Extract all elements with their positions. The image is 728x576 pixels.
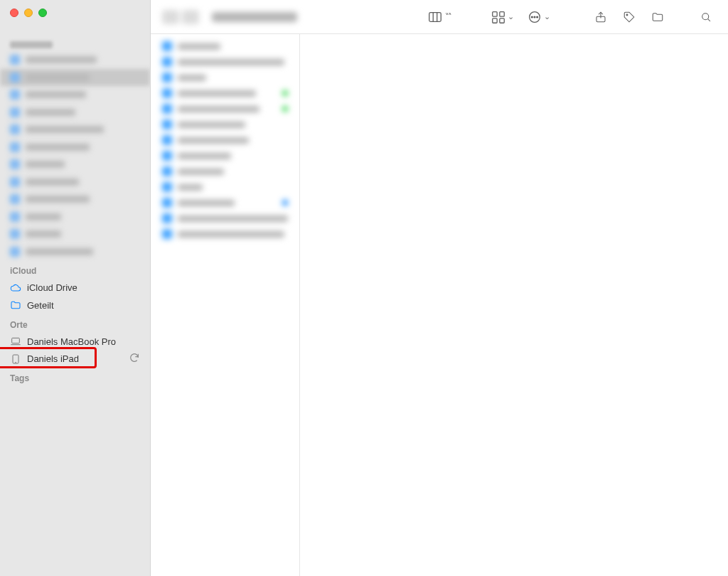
- laptop-icon: [10, 336, 21, 347]
- file-name-blurred: [178, 153, 231, 159]
- sidebar-item-blurred[interactable]: [0, 51, 150, 68]
- folder-icon-blurred: [10, 247, 20, 257]
- list-item-blurred[interactable]: [151, 148, 299, 164]
- file-name-blurred: [178, 200, 235, 206]
- list-item-blurred[interactable]: [151, 101, 299, 117]
- sidebar-item-label-blurred: [26, 178, 79, 186]
- sidebar-item-blurred[interactable]: [0, 225, 150, 242]
- sidebar-item-blurred[interactable]: [0, 86, 150, 103]
- list-item-blurred[interactable]: [151, 210, 299, 226]
- folder-icon-blurred: [10, 55, 20, 65]
- sidebar-item-label-blurred: [26, 144, 90, 151]
- svg-point-9: [531, 16, 532, 18]
- list-item-blurred[interactable]: [151, 132, 299, 148]
- finder-window: iCloud iCloud Drive Geteilt Orte Daniels: [0, 0, 728, 576]
- folder-icon-blurred: [162, 135, 172, 145]
- folder-icon-blurred: [162, 57, 172, 67]
- folder-icon-blurred: [10, 90, 20, 100]
- zoom-button[interactable]: [38, 9, 47, 17]
- sidebar-item-label: iCloud Drive: [27, 282, 141, 293]
- folder-icon-blurred: [162, 88, 172, 98]
- toolbar: ˅˄ ⌄ ⌄: [151, 0, 728, 34]
- folder-icon-blurred: [10, 229, 20, 239]
- more-actions-button[interactable]: ⌄: [524, 7, 553, 27]
- list-item-blurred[interactable]: [151, 38, 299, 54]
- sidebar-item-blurred[interactable]: [0, 139, 150, 156]
- column-preview: [300, 34, 728, 576]
- svg-point-14: [702, 13, 709, 19]
- sidebar-item-blurred[interactable]: [0, 121, 150, 138]
- view-columns-button[interactable]: ˅˄: [424, 7, 454, 27]
- list-item-blurred[interactable]: [151, 85, 299, 101]
- folder-icon-blurred: [162, 198, 172, 208]
- file-name-blurred: [178, 59, 284, 65]
- tag-dot-blue: [282, 200, 288, 206]
- sidebar-item-ipad[interactable]: Daniels iPad: [0, 351, 150, 368]
- sidebar-item-blurred[interactable]: [0, 156, 150, 173]
- list-item-blurred[interactable]: [151, 117, 299, 132]
- close-button[interactable]: [10, 9, 18, 17]
- sidebar-item-blurred[interactable]: [0, 69, 150, 86]
- sidebar-item-label: Daniels iPad: [27, 353, 141, 364]
- share-button[interactable]: [590, 7, 611, 27]
- sidebar-item-label-blurred: [26, 248, 93, 255]
- folder-shared-icon: [10, 299, 21, 311]
- list-item-blurred[interactable]: [151, 70, 299, 85]
- sidebar-item-blurred[interactable]: [0, 104, 150, 121]
- list-item-blurred[interactable]: [151, 179, 299, 195]
- sync-icon[interactable]: [129, 352, 140, 363]
- svg-rect-4: [493, 11, 497, 16]
- folder-icon-blurred: [10, 177, 20, 187]
- titlebar: [0, 0, 150, 34]
- minimize-button[interactable]: [24, 9, 33, 17]
- folder-icon-blurred: [10, 194, 20, 204]
- folder-icon-blurred: [162, 119, 172, 129]
- sidebar-item-shared[interactable]: Geteilt: [0, 297, 150, 314]
- list-item-blurred[interactable]: [151, 54, 299, 70]
- group-by-button[interactable]: ⌄: [488, 7, 517, 27]
- file-name-blurred: [178, 137, 249, 144]
- svg-rect-7: [500, 18, 504, 22]
- sidebar-item-blurred[interactable]: [0, 191, 150, 208]
- column-list: [151, 34, 300, 576]
- sidebar-item-macbook[interactable]: Daniels MacBook Pro: [0, 333, 150, 350]
- tag-dot-green: [282, 90, 288, 96]
- folder-icon-blurred: [162, 182, 172, 192]
- file-name-blurred: [178, 90, 256, 97]
- tag-dot-green: [282, 106, 288, 112]
- list-item-blurred[interactable]: [151, 164, 299, 179]
- folder-icon-blurred: [10, 124, 20, 134]
- sidebar-item-blurred[interactable]: [0, 208, 150, 225]
- chevron-down-icon: ⌄: [508, 12, 514, 21]
- folder-actions-button[interactable]: [647, 7, 668, 27]
- list-item-blurred[interactable]: [151, 226, 299, 242]
- sidebar-item-label: Daniels MacBook Pro: [27, 336, 141, 347]
- list-item-blurred[interactable]: [151, 195, 299, 210]
- sidebar-item-label-blurred: [26, 213, 61, 220]
- svg-rect-5: [500, 11, 504, 16]
- sidebar-item-label-blurred: [26, 126, 104, 133]
- section-label-tags: Tags: [0, 368, 150, 386]
- folder-icon-blurred: [162, 229, 172, 239]
- forward-button-blurred[interactable]: [182, 10, 199, 24]
- section-label-locations: Orte: [0, 314, 150, 333]
- sidebar-item-icloud-drive[interactable]: iCloud Drive: [0, 279, 150, 297]
- sidebar-item-label-blurred: [26, 56, 97, 63]
- svg-point-10: [534, 16, 535, 18]
- file-name-blurred: [178, 215, 288, 222]
- sidebar: iCloud iCloud Drive Geteilt Orte Daniels: [0, 0, 151, 576]
- file-name-blurred: [178, 75, 206, 81]
- folder-icon-blurred: [10, 142, 20, 152]
- folder-icon-blurred: [162, 166, 172, 176]
- chevron-down-icon: ⌄: [544, 12, 550, 21]
- sidebar-item-label-blurred: [26, 74, 90, 81]
- tag-button[interactable]: [619, 7, 640, 27]
- svg-rect-3: [429, 12, 441, 21]
- folder-icon-blurred: [162, 41, 172, 51]
- sidebar-item-blurred[interactable]: [0, 243, 150, 260]
- back-button-blurred[interactable]: [162, 10, 179, 24]
- sidebar-item-blurred[interactable]: [0, 174, 150, 191]
- search-button[interactable]: [695, 7, 717, 27]
- section-label-icloud: iCloud: [0, 260, 150, 279]
- window-title-blurred: [212, 12, 297, 22]
